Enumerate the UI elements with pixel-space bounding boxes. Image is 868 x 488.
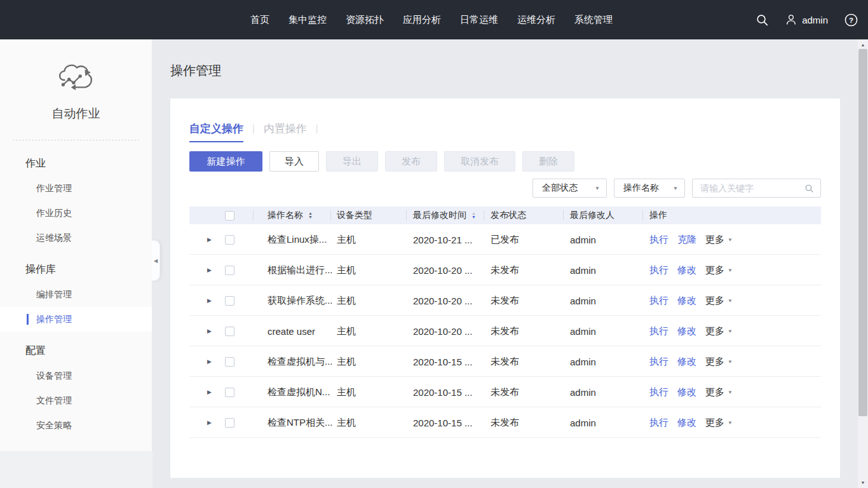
select-all-checkbox[interactable]: [225, 211, 234, 220]
main-menu: 首页 集中监控 资源拓扑 应用分析 日常运维 运维分析 系统管理: [250, 14, 613, 26]
sidebar-item-job-history[interactable]: 作业历史: [0, 201, 152, 226]
expand-row-icon[interactable]: ▶: [207, 236, 212, 243]
table-header: 操作名称 ▲ ▼ 设备类型 最后修改时间 ▲ ▼ 发布状态 最后修改人 操作: [189, 207, 821, 224]
scroll-up-icon[interactable]: ▲: [858, 40, 868, 49]
search-icon[interactable]: [756, 13, 769, 27]
execute-link[interactable]: 执行: [649, 356, 668, 368]
sidebar-item-file-management[interactable]: 文件管理: [0, 388, 152, 413]
column-header-name[interactable]: 操作名称 ▲ ▼: [268, 207, 313, 224]
nav-item-home[interactable]: 首页: [250, 14, 269, 26]
sidebar-item-operation-management[interactable]: 操作管理: [0, 307, 152, 332]
operation-name[interactable]: 获取操作系统...: [268, 285, 333, 316]
publish-button[interactable]: 发布: [385, 151, 437, 172]
row-checkbox[interactable]: [225, 235, 234, 245]
sidebar-item-security-policy[interactable]: 安全策略: [0, 413, 152, 438]
sidebar-item-ops-scenarios[interactable]: 运维场景: [0, 226, 152, 250]
modify-or-clone-link[interactable]: 修改: [677, 264, 696, 276]
operation-name[interactable]: 检查虚拟机与...: [268, 346, 333, 377]
nav-item-ops-analysis[interactable]: 运维分析: [517, 14, 555, 26]
execute-link[interactable]: 执行: [649, 234, 668, 246]
navbar-right: admin ?: [756, 13, 858, 27]
modifier-name: admin: [570, 224, 596, 255]
vertical-scrollbar[interactable]: ▲ ▼: [858, 39, 868, 488]
expand-row-icon[interactable]: ▶: [207, 328, 212, 334]
execute-link[interactable]: 执行: [649, 417, 668, 429]
publish-status: 未发布: [491, 377, 519, 407]
expand-row-icon[interactable]: ▶: [207, 358, 212, 365]
scroll-down-icon[interactable]: ▼: [858, 478, 868, 487]
execute-link[interactable]: 执行: [649, 386, 668, 398]
tab-builtin-operations[interactable]: 内置操作: [264, 121, 307, 136]
modify-or-clone-link[interactable]: 克隆: [677, 234, 696, 246]
operation-name[interactable]: 检查虚拟机N...: [268, 377, 330, 407]
device-type: 主机: [337, 316, 356, 346]
expand-row-icon[interactable]: ▶: [207, 419, 212, 426]
operation-name[interactable]: create user: [268, 316, 315, 346]
search-field-select[interactable]: 操作名称 ▼: [614, 179, 685, 198]
sort-control: ▲ ▼: [471, 212, 476, 219]
modify-or-clone-link[interactable]: 修改: [677, 325, 696, 337]
sidebar-item-job-management[interactable]: 作业管理: [0, 176, 152, 201]
export-button[interactable]: 导出: [326, 151, 378, 172]
row-checkbox[interactable]: [225, 327, 234, 336]
modify-or-clone-link[interactable]: 修改: [677, 417, 696, 429]
svg-text:?: ?: [849, 16, 853, 24]
nav-item-daily-ops[interactable]: 日常运维: [460, 14, 498, 26]
header-separator: [563, 210, 564, 220]
sort-desc-icon-active[interactable]: ▼: [471, 215, 476, 219]
more-menu[interactable]: 更多 ▼: [705, 386, 733, 398]
caret-down-icon: ▼: [728, 298, 733, 304]
search-icon[interactable]: [804, 184, 814, 193]
sidebar-item-orchestration-management[interactable]: 编排管理: [0, 282, 152, 307]
expand-row-icon[interactable]: ▶: [207, 297, 212, 304]
user-menu[interactable]: admin: [785, 13, 828, 26]
status-filter-select[interactable]: 全部状态 ▼: [532, 179, 607, 198]
section-title-configuration: 配置: [0, 338, 152, 363]
new-operation-button[interactable]: 新建操作: [189, 151, 262, 172]
more-menu[interactable]: 更多 ▼: [705, 295, 733, 307]
publish-status: 未发布: [491, 316, 519, 346]
unpublish-button[interactable]: 取消发布: [444, 151, 515, 172]
nav-item-monitoring[interactable]: 集中监控: [288, 14, 327, 26]
execute-link[interactable]: 执行: [649, 264, 668, 276]
table-row: ▶ create user 主机 2020-10-20 ... 未发布 admi…: [189, 316, 821, 346]
header-separator: [642, 210, 643, 220]
more-menu[interactable]: 更多 ▼: [705, 325, 733, 337]
sort-desc-icon[interactable]: ▼: [308, 215, 313, 219]
tab-custom-operations[interactable]: 自定义操作: [189, 121, 243, 142]
keyword-input[interactable]: [700, 183, 804, 193]
column-header-modifier: 最后修改人: [570, 207, 614, 224]
operation-name[interactable]: 根据输出进行...: [268, 255, 333, 285]
table-row: ▶ 获取操作系统... 主机 2020-10-20 ... 未发布 admin …: [189, 285, 821, 316]
nav-item-app-analysis[interactable]: 应用分析: [403, 14, 441, 26]
nav-item-topology[interactable]: 资源拓扑: [346, 14, 384, 26]
modify-or-clone-link[interactable]: 修改: [677, 386, 696, 398]
row-checkbox[interactable]: [225, 296, 234, 306]
expand-row-icon[interactable]: ▶: [207, 267, 212, 273]
import-button[interactable]: 导入: [269, 151, 319, 172]
delete-button[interactable]: 删除: [522, 151, 574, 172]
row-checkbox[interactable]: [225, 357, 234, 367]
row-checkbox[interactable]: [225, 266, 234, 275]
execute-link[interactable]: 执行: [649, 325, 668, 337]
operation-name[interactable]: 检查NTP相关...: [268, 407, 333, 438]
execute-link[interactable]: 执行: [649, 295, 668, 307]
expand-row-icon[interactable]: ▶: [207, 389, 212, 395]
modify-or-clone-link[interactable]: 修改: [677, 295, 696, 307]
scrollbar-thumb[interactable]: [858, 49, 867, 416]
operation-name[interactable]: 检查Linux操...: [268, 224, 327, 255]
top-navbar: 首页 集中监控 资源拓扑 应用分析 日常运维 运维分析 系统管理 admin ?: [0, 0, 868, 39]
column-header-modified[interactable]: 最后修改时间 ▲ ▼: [413, 207, 476, 224]
more-menu[interactable]: 更多 ▼: [705, 264, 733, 276]
more-menu[interactable]: 更多 ▼: [705, 417, 733, 429]
nav-item-system-mgmt[interactable]: 系统管理: [574, 14, 613, 26]
sidebar-collapse-handle[interactable]: ◀: [152, 240, 160, 281]
sidebar-item-device-management[interactable]: 设备管理: [0, 363, 152, 388]
more-menu[interactable]: 更多 ▼: [705, 234, 733, 246]
help-icon[interactable]: ?: [844, 13, 858, 27]
modify-or-clone-link[interactable]: 修改: [677, 356, 696, 368]
row-checkbox[interactable]: [225, 388, 234, 397]
more-menu[interactable]: 更多 ▼: [705, 356, 733, 368]
tab-separator: |: [252, 123, 255, 133]
row-checkbox[interactable]: [225, 418, 234, 428]
